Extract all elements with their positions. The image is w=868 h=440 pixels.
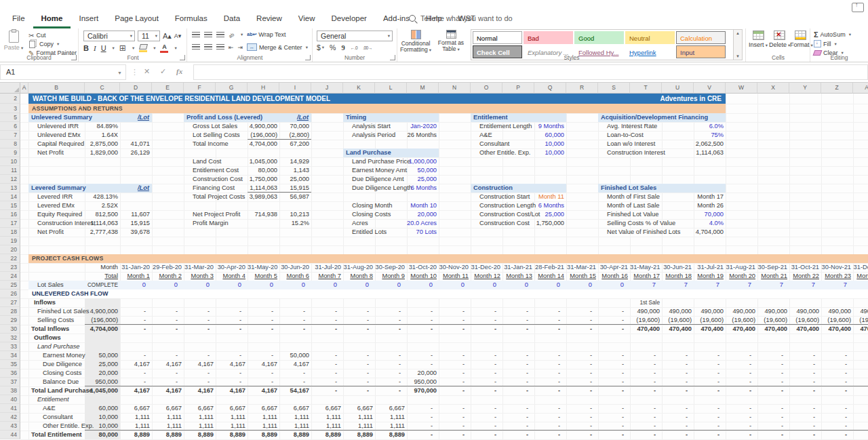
cell-F6[interactable]: Gross Lot Sales <box>184 122 237 131</box>
decrease-indent-icon[interactable]: ⇤ <box>229 44 234 51</box>
cell-M35[interactable]: - <box>407 360 439 369</box>
cell-K35[interactable]: - <box>343 360 375 369</box>
cell-AA36[interactable]: - <box>853 369 868 378</box>
cell-S41[interactable]: - <box>598 404 630 413</box>
cell-Y35[interactable]: - <box>789 360 821 369</box>
row-header-24[interactable]: 24 <box>0 272 20 281</box>
format-as-table-button[interactable]: Format as Table▾ <box>435 30 467 52</box>
cell-L28[interactable]: - <box>375 307 407 316</box>
cell-B22[interactable]: PROJECT CASH FLOWS <box>28 254 868 263</box>
cell-Z44[interactable]: - <box>821 431 853 439</box>
cell-D35[interactable]: 4,167 <box>120 360 152 369</box>
cell-O5[interactable]: Entitlement <box>471 113 566 122</box>
cell-F25[interactable]: 0 <box>184 281 216 289</box>
cell-Q43[interactable]: - <box>534 422 566 431</box>
cell-Q38[interactable]: - <box>534 386 566 395</box>
cell-G30[interactable]: - <box>216 325 248 334</box>
row-header-37[interactable]: 37 <box>0 378 20 386</box>
cell-C8[interactable]: 2,875,000 <box>85 140 120 148</box>
cell-C30[interactable]: 4,704,000 <box>85 325 120 334</box>
cell-O29[interactable]: - <box>471 316 502 325</box>
cell-N24[interactable]: Month 11 <box>439 272 471 281</box>
cell-M43[interactable]: - <box>407 422 439 431</box>
cell-M18[interactable]: 70 Lots <box>407 228 439 237</box>
cell-X35[interactable]: - <box>757 360 789 369</box>
cell-P25[interactable]: 0 <box>502 281 534 289</box>
cell-P36[interactable]: - <box>502 369 534 378</box>
cell-V18[interactable]: 4,704,000 <box>694 228 726 237</box>
comma-style-icon[interactable]: 9 <box>341 44 344 52</box>
cell-K36[interactable]: - <box>343 369 375 378</box>
cell-I10[interactable]: 14,929 <box>279 157 311 166</box>
cell-Q9[interactable]: 10,000 <box>534 148 566 157</box>
cell-H34[interactable]: - <box>248 351 279 360</box>
cell-X43[interactable]: - <box>757 422 789 431</box>
cell-G34[interactable]: - <box>216 351 248 360</box>
cell-Q24[interactable]: Month 14 <box>534 272 566 281</box>
decrease-decimal-icon[interactable]: .00→ <box>363 45 372 50</box>
cell-V17[interactable]: 4.0% <box>694 219 726 228</box>
cell-W23[interactable]: 31-Aug-21 <box>726 263 757 272</box>
align-bottom-icon[interactable] <box>216 32 224 38</box>
cell-V9[interactable]: 1,114,063 <box>694 148 726 157</box>
align-middle-icon[interactable] <box>204 32 212 38</box>
cell-K11[interactable]: Earnest Money Amt <box>343 166 407 175</box>
cell-Q23[interactable]: 28-Feb-21 <box>534 263 566 272</box>
cell-Q29[interactable]: - <box>534 316 566 325</box>
cell-D28[interactable]: - <box>120 307 152 316</box>
cell-L37[interactable]: - <box>375 378 407 386</box>
cell-S42[interactable]: - <box>598 413 630 422</box>
col-header-W[interactable]: W <box>726 83 757 94</box>
row-header-10[interactable]: 10 <box>0 157 20 166</box>
row-header-26[interactable]: 26 <box>0 289 20 298</box>
cell-X28[interactable]: 490,000 <box>757 307 789 316</box>
align-left-icon[interactable] <box>192 44 200 50</box>
cell-G25[interactable]: 0 <box>216 281 248 289</box>
cell-B9[interactable]: Net Profit <box>28 148 64 157</box>
cell-U30[interactable]: 470,400 <box>662 325 694 334</box>
cell-F29[interactable]: - <box>184 316 216 325</box>
cell-O6[interactable]: Entitlement Length <box>471 122 532 131</box>
cell-D23[interactable]: 31-Jan-20 <box>120 263 152 272</box>
cell-C37[interactable]: 950,000 <box>85 378 120 386</box>
cell-F28[interactable]: - <box>184 307 216 316</box>
cell-W24[interactable]: Month 20 <box>726 272 757 281</box>
cell-P29[interactable]: - <box>502 316 534 325</box>
style-chip-good[interactable]: Good <box>574 31 624 44</box>
cell-Q41[interactable]: - <box>534 404 566 413</box>
row-header-40[interactable]: 40 <box>0 395 20 404</box>
cell-B38[interactable]: Total Land Purchase <box>28 386 93 395</box>
cell-M42[interactable]: - <box>407 413 439 422</box>
row-header-28[interactable]: 28 <box>0 307 20 316</box>
cell-R43[interactable]: - <box>566 422 598 431</box>
cell-D25[interactable]: 0 <box>120 281 152 289</box>
cell-I8[interactable]: 67,200 <box>279 140 311 148</box>
cell-AA44[interactable]: - <box>853 431 868 439</box>
cell-B42[interactable]: Consultant <box>28 413 73 422</box>
cell-E43[interactable]: 1,111 <box>152 422 184 431</box>
row-header-2[interactable]: 2 <box>0 94 20 104</box>
cell-Y34[interactable]: - <box>789 351 821 360</box>
cell-T27[interactable]: 1st Sale <box>630 298 662 307</box>
font-color-button[interactable]: A <box>160 43 168 53</box>
cell-O42[interactable]: - <box>471 413 502 422</box>
increase-indent-icon[interactable]: ⇥ <box>238 44 243 51</box>
cell-I14[interactable]: 56,987 <box>279 193 311 201</box>
cell-Y28[interactable]: 490,000 <box>789 307 821 316</box>
cell-G43[interactable]: 1,111 <box>216 422 248 431</box>
cell-S8[interactable]: Loan w/o Interest <box>598 140 655 148</box>
cell-G36[interactable]: - <box>216 369 248 378</box>
cell-X36[interactable]: - <box>757 369 789 378</box>
cell-D38[interactable]: 4,167 <box>120 386 152 395</box>
row-header-6[interactable]: 6 <box>0 122 20 131</box>
cell-J28[interactable]: - <box>311 307 343 316</box>
cell-J25[interactable]: 0 <box>311 281 343 289</box>
cell-S16[interactable]: Finished Lot Value <box>598 210 658 219</box>
cell-T24[interactable]: Month 17 <box>630 272 662 281</box>
cell-I43[interactable]: 1,111 <box>279 422 311 431</box>
gallery-up-icon[interactable]: ▲ <box>736 31 740 35</box>
col-header-AA[interactable]: AA <box>853 83 868 94</box>
row-header-17[interactable]: 17 <box>0 219 20 228</box>
cell-Q44[interactable]: - <box>534 431 566 439</box>
cell-F34[interactable]: - <box>184 351 216 360</box>
